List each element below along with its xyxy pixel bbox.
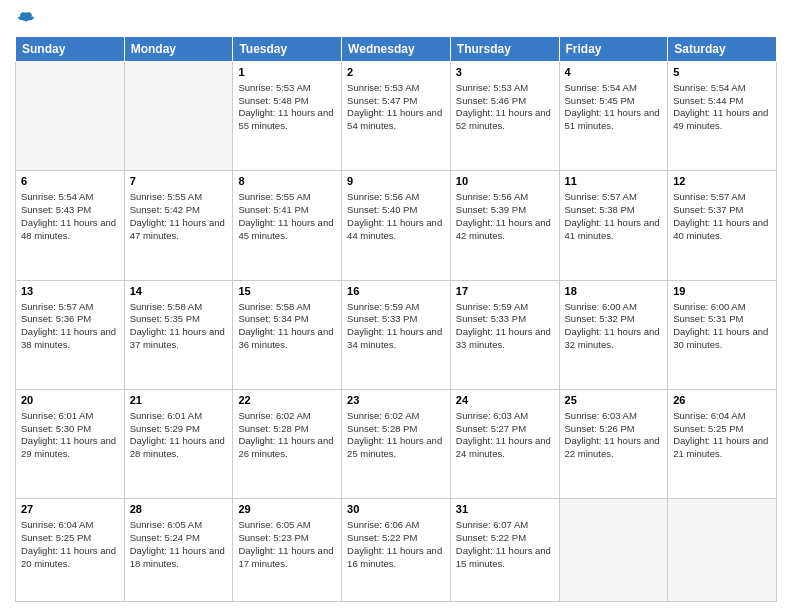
- day-cell-25: 25Sunrise: 6:03 AM Sunset: 5:26 PM Dayli…: [559, 389, 668, 498]
- page: SundayMondayTuesdayWednesdayThursdayFrid…: [0, 0, 792, 612]
- day-number: 22: [238, 393, 336, 408]
- day-cell-5: 5Sunrise: 5:54 AM Sunset: 5:44 PM Daylig…: [668, 62, 777, 171]
- day-cell-22: 22Sunrise: 6:02 AM Sunset: 5:28 PM Dayli…: [233, 389, 342, 498]
- day-number: 11: [565, 174, 663, 189]
- day-info: Sunrise: 5:58 AM Sunset: 5:35 PM Dayligh…: [130, 301, 228, 352]
- day-cell-9: 9Sunrise: 5:56 AM Sunset: 5:40 PM Daylig…: [342, 171, 451, 280]
- day-info: Sunrise: 5:56 AM Sunset: 5:39 PM Dayligh…: [456, 191, 554, 242]
- day-cell-2: 2Sunrise: 5:53 AM Sunset: 5:47 PM Daylig…: [342, 62, 451, 171]
- day-info: Sunrise: 5:57 AM Sunset: 5:37 PM Dayligh…: [673, 191, 771, 242]
- day-number: 10: [456, 174, 554, 189]
- day-number: 31: [456, 502, 554, 517]
- day-info: Sunrise: 6:03 AM Sunset: 5:27 PM Dayligh…: [456, 410, 554, 461]
- calendar: SundayMondayTuesdayWednesdayThursdayFrid…: [15, 36, 777, 602]
- day-number: 3: [456, 65, 554, 80]
- day-cell-13: 13Sunrise: 5:57 AM Sunset: 5:36 PM Dayli…: [16, 280, 125, 389]
- day-cell-18: 18Sunrise: 6:00 AM Sunset: 5:32 PM Dayli…: [559, 280, 668, 389]
- day-info: Sunrise: 5:54 AM Sunset: 5:44 PM Dayligh…: [673, 82, 771, 133]
- day-number: 27: [21, 502, 119, 517]
- day-cell-26: 26Sunrise: 6:04 AM Sunset: 5:25 PM Dayli…: [668, 389, 777, 498]
- day-info: Sunrise: 6:01 AM Sunset: 5:29 PM Dayligh…: [130, 410, 228, 461]
- day-cell-17: 17Sunrise: 5:59 AM Sunset: 5:33 PM Dayli…: [450, 280, 559, 389]
- day-info: Sunrise: 6:07 AM Sunset: 5:22 PM Dayligh…: [456, 519, 554, 570]
- day-cell-4: 4Sunrise: 5:54 AM Sunset: 5:45 PM Daylig…: [559, 62, 668, 171]
- week-row-2: 6Sunrise: 5:54 AM Sunset: 5:43 PM Daylig…: [16, 171, 777, 280]
- day-info: Sunrise: 6:06 AM Sunset: 5:22 PM Dayligh…: [347, 519, 445, 570]
- calendar-header-row: SundayMondayTuesdayWednesdayThursdayFrid…: [16, 37, 777, 62]
- day-cell-23: 23Sunrise: 6:02 AM Sunset: 5:28 PM Dayli…: [342, 389, 451, 498]
- day-info: Sunrise: 5:54 AM Sunset: 5:45 PM Dayligh…: [565, 82, 663, 133]
- day-number: 2: [347, 65, 445, 80]
- day-header-saturday: Saturday: [668, 37, 777, 62]
- day-number: 6: [21, 174, 119, 189]
- day-number: 8: [238, 174, 336, 189]
- day-info: Sunrise: 5:55 AM Sunset: 5:41 PM Dayligh…: [238, 191, 336, 242]
- day-number: 9: [347, 174, 445, 189]
- day-number: 7: [130, 174, 228, 189]
- day-cell-1: 1Sunrise: 5:53 AM Sunset: 5:48 PM Daylig…: [233, 62, 342, 171]
- day-header-friday: Friday: [559, 37, 668, 62]
- day-number: 12: [673, 174, 771, 189]
- day-info: Sunrise: 5:59 AM Sunset: 5:33 PM Dayligh…: [347, 301, 445, 352]
- day-info: Sunrise: 6:02 AM Sunset: 5:28 PM Dayligh…: [347, 410, 445, 461]
- day-number: 29: [238, 502, 336, 517]
- day-info: Sunrise: 6:00 AM Sunset: 5:31 PM Dayligh…: [673, 301, 771, 352]
- day-info: Sunrise: 5:59 AM Sunset: 5:33 PM Dayligh…: [456, 301, 554, 352]
- day-header-monday: Monday: [124, 37, 233, 62]
- day-info: Sunrise: 5:55 AM Sunset: 5:42 PM Dayligh…: [130, 191, 228, 242]
- day-info: Sunrise: 5:53 AM Sunset: 5:48 PM Dayligh…: [238, 82, 336, 133]
- day-header-tuesday: Tuesday: [233, 37, 342, 62]
- empty-day: [668, 499, 777, 602]
- day-cell-30: 30Sunrise: 6:06 AM Sunset: 5:22 PM Dayli…: [342, 499, 451, 602]
- day-cell-21: 21Sunrise: 6:01 AM Sunset: 5:29 PM Dayli…: [124, 389, 233, 498]
- day-cell-11: 11Sunrise: 5:57 AM Sunset: 5:38 PM Dayli…: [559, 171, 668, 280]
- day-cell-20: 20Sunrise: 6:01 AM Sunset: 5:30 PM Dayli…: [16, 389, 125, 498]
- day-number: 18: [565, 284, 663, 299]
- day-number: 20: [21, 393, 119, 408]
- day-number: 23: [347, 393, 445, 408]
- week-row-1: 1Sunrise: 5:53 AM Sunset: 5:48 PM Daylig…: [16, 62, 777, 171]
- day-number: 28: [130, 502, 228, 517]
- day-cell-7: 7Sunrise: 5:55 AM Sunset: 5:42 PM Daylig…: [124, 171, 233, 280]
- day-info: Sunrise: 6:00 AM Sunset: 5:32 PM Dayligh…: [565, 301, 663, 352]
- day-cell-16: 16Sunrise: 5:59 AM Sunset: 5:33 PM Dayli…: [342, 280, 451, 389]
- day-info: Sunrise: 5:54 AM Sunset: 5:43 PM Dayligh…: [21, 191, 119, 242]
- day-number: 19: [673, 284, 771, 299]
- day-info: Sunrise: 5:58 AM Sunset: 5:34 PM Dayligh…: [238, 301, 336, 352]
- empty-day: [16, 62, 125, 171]
- day-cell-15: 15Sunrise: 5:58 AM Sunset: 5:34 PM Dayli…: [233, 280, 342, 389]
- day-info: Sunrise: 6:02 AM Sunset: 5:28 PM Dayligh…: [238, 410, 336, 461]
- day-number: 21: [130, 393, 228, 408]
- day-number: 5: [673, 65, 771, 80]
- day-number: 26: [673, 393, 771, 408]
- day-cell-24: 24Sunrise: 6:03 AM Sunset: 5:27 PM Dayli…: [450, 389, 559, 498]
- week-row-5: 27Sunrise: 6:04 AM Sunset: 5:25 PM Dayli…: [16, 499, 777, 602]
- day-number: 16: [347, 284, 445, 299]
- logo-bird-icon: [17, 10, 35, 28]
- day-cell-10: 10Sunrise: 5:56 AM Sunset: 5:39 PM Dayli…: [450, 171, 559, 280]
- day-number: 13: [21, 284, 119, 299]
- day-number: 4: [565, 65, 663, 80]
- week-row-4: 20Sunrise: 6:01 AM Sunset: 5:30 PM Dayli…: [16, 389, 777, 498]
- day-cell-6: 6Sunrise: 5:54 AM Sunset: 5:43 PM Daylig…: [16, 171, 125, 280]
- day-header-wednesday: Wednesday: [342, 37, 451, 62]
- day-info: Sunrise: 6:03 AM Sunset: 5:26 PM Dayligh…: [565, 410, 663, 461]
- day-header-thursday: Thursday: [450, 37, 559, 62]
- day-info: Sunrise: 6:01 AM Sunset: 5:30 PM Dayligh…: [21, 410, 119, 461]
- empty-day: [559, 499, 668, 602]
- day-header-sunday: Sunday: [16, 37, 125, 62]
- day-info: Sunrise: 6:05 AM Sunset: 5:23 PM Dayligh…: [238, 519, 336, 570]
- empty-day: [124, 62, 233, 171]
- day-cell-27: 27Sunrise: 6:04 AM Sunset: 5:25 PM Dayli…: [16, 499, 125, 602]
- day-number: 25: [565, 393, 663, 408]
- day-cell-28: 28Sunrise: 6:05 AM Sunset: 5:24 PM Dayli…: [124, 499, 233, 602]
- logo: [15, 10, 35, 28]
- day-info: Sunrise: 5:57 AM Sunset: 5:36 PM Dayligh…: [21, 301, 119, 352]
- day-info: Sunrise: 5:56 AM Sunset: 5:40 PM Dayligh…: [347, 191, 445, 242]
- day-cell-19: 19Sunrise: 6:00 AM Sunset: 5:31 PM Dayli…: [668, 280, 777, 389]
- day-number: 14: [130, 284, 228, 299]
- day-cell-14: 14Sunrise: 5:58 AM Sunset: 5:35 PM Dayli…: [124, 280, 233, 389]
- day-number: 30: [347, 502, 445, 517]
- header: [15, 10, 777, 28]
- day-number: 1: [238, 65, 336, 80]
